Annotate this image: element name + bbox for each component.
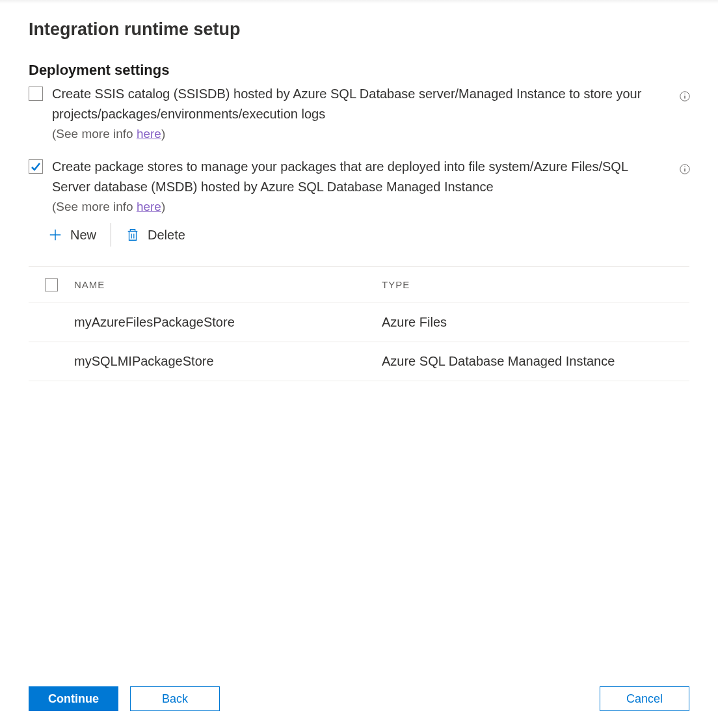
link-ssis-more-info[interactable]: here [137, 127, 161, 141]
delete-button[interactable]: Delete [123, 224, 188, 247]
cell-type: Azure Files [382, 315, 689, 330]
option-ssis-catalog-label: Create SSIS catalog (SSISDB) hosted by A… [52, 84, 650, 124]
continue-button[interactable]: Continue [29, 686, 118, 711]
option-create-ssis-catalog: Create SSIS catalog (SSISDB) hosted by A… [29, 84, 689, 141]
option-package-stores-seemore: (See more info here) [52, 200, 689, 214]
cancel-button[interactable]: Cancel [600, 686, 689, 711]
cell-name: mySQLMIPackageStore [74, 354, 382, 369]
table-row[interactable]: myAzureFilesPackageStore Azure Files [29, 303, 689, 342]
column-header-name[interactable]: NAME [74, 279, 382, 290]
page-title: Integration runtime setup [29, 20, 689, 40]
table-header: NAME TYPE [29, 267, 689, 303]
column-header-type[interactable]: TYPE [382, 279, 689, 290]
info-icon[interactable] [679, 163, 691, 178]
info-icon[interactable] [679, 90, 691, 105]
plus-icon [48, 228, 62, 242]
trash-icon [126, 228, 140, 242]
checkbox-ssis-catalog[interactable] [29, 87, 43, 101]
checkbox-package-stores[interactable] [29, 159, 43, 174]
link-package-stores-more-info[interactable]: here [137, 200, 161, 213]
svg-point-9 [684, 167, 685, 167]
cell-type: Azure SQL Database Managed Instance [382, 354, 689, 369]
option-ssis-catalog-seemore: (See more info here) [52, 127, 650, 141]
section-deployment-settings: Deployment settings [29, 62, 689, 79]
toolbar-separator [111, 223, 111, 247]
package-store-table: NAME TYPE myAzureFilesPackageStore Azure… [29, 266, 689, 381]
delete-button-label: Delete [148, 228, 185, 243]
footer: Continue Back Cancel [29, 686, 689, 711]
new-button-label: New [70, 228, 96, 243]
back-button[interactable]: Back [130, 686, 220, 711]
cell-name: myAzureFilesPackageStore [74, 315, 382, 330]
new-button[interactable]: New [46, 224, 99, 247]
select-all-checkbox[interactable] [45, 278, 58, 291]
table-row[interactable]: mySQLMIPackageStore Azure SQL Database M… [29, 342, 689, 381]
svg-point-2 [684, 94, 685, 94]
option-package-stores-label: Create package stores to manage your pac… [52, 157, 650, 197]
option-create-package-stores: Create package stores to manage your pac… [29, 157, 689, 250]
package-store-toolbar: New Delete [46, 223, 689, 247]
